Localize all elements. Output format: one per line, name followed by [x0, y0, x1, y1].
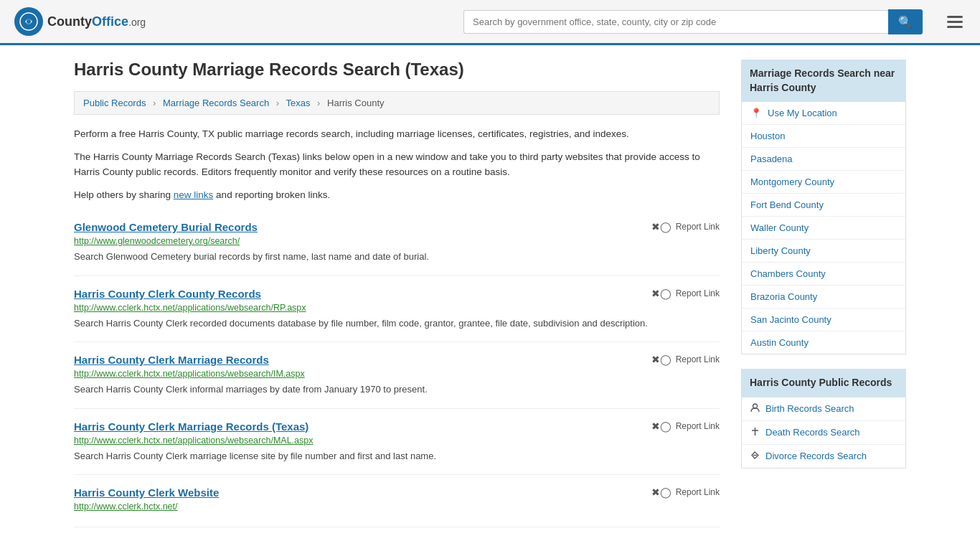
nearby-link-5[interactable]: Liberty County [750, 245, 811, 256]
nearby-item[interactable]: Chambers County [742, 263, 905, 286]
record-item: Harris County Clerk County Records ✖◯ Re… [74, 276, 720, 343]
search-button[interactable]: 🔍 [888, 9, 923, 34]
report-link-1[interactable]: ✖◯ Report Link [651, 288, 720, 299]
breadcrumb-marriage-records[interactable]: Marriage Records Search [163, 98, 269, 108]
report-link-3[interactable]: ✖◯ Report Link [651, 420, 720, 432]
public-records-section: Harris County Public Records Birth Recor… [741, 369, 906, 468]
record-desc-1: Search Harris County Clerk recorded docu… [74, 316, 720, 331]
use-my-location-link[interactable]: Use My Location [768, 108, 837, 118]
record-title-4[interactable]: Harris County Clerk Website [74, 486, 219, 499]
description-1: Perform a free Harris County, TX public … [74, 126, 720, 142]
report-icon-2: ✖◯ [651, 354, 672, 365]
report-link-label-0: Report Link [676, 222, 720, 232]
nearby-item[interactable]: Waller County [742, 217, 905, 240]
record-title-1[interactable]: Harris County Clerk County Records [74, 288, 261, 300]
nearby-link-3[interactable]: Fort Bend County [750, 199, 824, 210]
report-link-label-3: Report Link [676, 421, 720, 431]
nearby-link-4[interactable]: Waller County [750, 222, 809, 233]
sidebar: Marriage Records Search near Harris Coun… [741, 60, 906, 527]
nearby-section-header: Marriage Records Search near Harris Coun… [741, 60, 906, 102]
record-item: Harris County Clerk Website ✖◯ Report Li… [74, 475, 720, 527]
public-records-item-1[interactable]: Death Records Search [742, 421, 905, 445]
record-desc-2: Search Harris County Clerk informal marr… [74, 382, 720, 397]
nearby-item[interactable]: Liberty County [742, 240, 905, 263]
nearby-item[interactable]: Pasadena [742, 148, 905, 171]
record-title-0[interactable]: Glenwood Cemetery Burial Records [74, 221, 258, 233]
nearby-item[interactable]: Austin County [742, 331, 905, 354]
nearby-link-2[interactable]: Montgomery County [750, 176, 834, 187]
page-title: Harris County Marriage Records Search (T… [74, 60, 720, 80]
use-my-location-item[interactable]: 📍 Use My Location [742, 102, 905, 125]
record-url-2[interactable]: http://www.cclerk.hctx.net/applications/… [74, 369, 720, 379]
nearby-item[interactable]: San Jacinto County [742, 309, 905, 331]
record-url-4[interactable]: http://www.cclerk.hctx.net/ [74, 501, 720, 512]
public-records-link-0[interactable]: Birth Records Search [765, 403, 854, 414]
description-2: The Harris County Marriage Records Searc… [74, 149, 720, 180]
breadcrumb-sep-2: › [276, 98, 279, 108]
record-url-0[interactable]: http://www.glenwoodcemetery.org/search/ [74, 236, 720, 246]
public-records-link-1[interactable]: Death Records Search [765, 427, 860, 438]
site-logo[interactable]: CountyOffice.org [14, 7, 146, 36]
breadcrumb-sep-1: › [153, 98, 156, 108]
report-link-label-2: Report Link [676, 354, 720, 364]
new-links-link[interactable]: new links [174, 189, 214, 200]
breadcrumb-texas[interactable]: Texas [286, 98, 311, 108]
nearby-item[interactable]: Montgomery County [742, 171, 905, 194]
public-records-item-2[interactable]: Divorce Records Search [742, 445, 905, 468]
record-desc-0: Search Glenwood Cemetery burial records … [74, 250, 720, 264]
desc3-post: and reporting broken links. [213, 189, 330, 200]
logo-icon [14, 7, 43, 36]
nearby-link-1[interactable]: Pasadena [750, 154, 793, 164]
site-header: CountyOffice.org 🔍 [0, 0, 980, 45]
report-icon-3: ✖◯ [651, 420, 672, 432]
report-link-4[interactable]: ✖◯ Report Link [651, 486, 720, 498]
report-link-label-1: Report Link [676, 288, 720, 298]
report-link-label-4: Report Link [676, 487, 720, 497]
public-records-link-2[interactable]: Divorce Records Search [765, 451, 867, 461]
records-list: Glenwood Cemetery Burial Records ✖◯ Repo… [74, 209, 720, 527]
hamburger-menu-button[interactable] [944, 13, 966, 31]
report-link-2[interactable]: ✖◯ Report Link [651, 354, 720, 365]
nearby-link-8[interactable]: San Jacinto County [750, 314, 831, 325]
record-url-3[interactable]: http://www.cclerk.hctx.net/applications/… [74, 435, 720, 446]
description-3: Help others by sharing new links and rep… [74, 187, 720, 203]
page-container: Harris County Marriage Records Search (T… [60, 45, 920, 542]
record-item: Harris County Clerk Marriage Records ✖◯ … [74, 342, 720, 409]
nearby-section: Marriage Records Search near Harris Coun… [741, 60, 906, 354]
report-icon-4: ✖◯ [651, 486, 672, 498]
record-desc-3: Search Harris County Clerk marriage lice… [74, 449, 720, 463]
public-records-header: Harris County Public Records [741, 369, 906, 397]
nearby-items-container: HoustonPasadenaMontgomery CountyFort Ben… [742, 125, 905, 354]
record-url-1[interactable]: http://www.cclerk.hctx.net/applications/… [74, 303, 720, 313]
main-content: Harris County Marriage Records Search (T… [74, 60, 720, 527]
record-item: Glenwood Cemetery Burial Records ✖◯ Repo… [74, 209, 720, 276]
record-title-3[interactable]: Harris County Clerk Marriage Records (Te… [74, 420, 308, 433]
nearby-link-7[interactable]: Brazoria County [750, 291, 817, 302]
nearby-link-0[interactable]: Houston [750, 131, 785, 141]
breadcrumb-sep-3: › [317, 98, 320, 108]
report-icon-0: ✖◯ [651, 221, 672, 232]
divorce-icon [750, 451, 760, 462]
search-input[interactable] [463, 10, 888, 34]
nearby-item[interactable]: Brazoria County [742, 286, 905, 309]
nearby-link-6[interactable]: Chambers County [750, 268, 826, 279]
svg-point-2 [753, 404, 758, 408]
nearby-item[interactable]: Houston [742, 125, 905, 148]
public-records-list: Birth Records Search Death Records Searc… [741, 397, 906, 468]
desc3-pre: Help others by sharing [74, 189, 174, 200]
record-title-2[interactable]: Harris County Clerk Marriage Records [74, 354, 269, 366]
record-item: Harris County Clerk Marriage Records (Te… [74, 409, 720, 476]
public-records-item-0[interactable]: Birth Records Search [742, 397, 905, 421]
svg-point-1 [27, 19, 31, 24]
report-icon-1: ✖◯ [651, 288, 672, 299]
nearby-link-9[interactable]: Austin County [750, 337, 809, 348]
breadcrumb-public-records[interactable]: Public Records [83, 98, 146, 108]
breadcrumb: Public Records › Marriage Records Search… [74, 91, 720, 115]
breadcrumb-current: Harris County [327, 98, 384, 108]
death-icon [750, 427, 760, 438]
location-pin-icon: 📍 [750, 108, 762, 118]
nearby-item[interactable]: Fort Bend County [742, 194, 905, 217]
search-bar: 🔍 [463, 9, 923, 34]
report-link-0[interactable]: ✖◯ Report Link [651, 221, 720, 232]
nearby-list: 📍 Use My Location HoustonPasadenaMontgom… [741, 102, 906, 354]
